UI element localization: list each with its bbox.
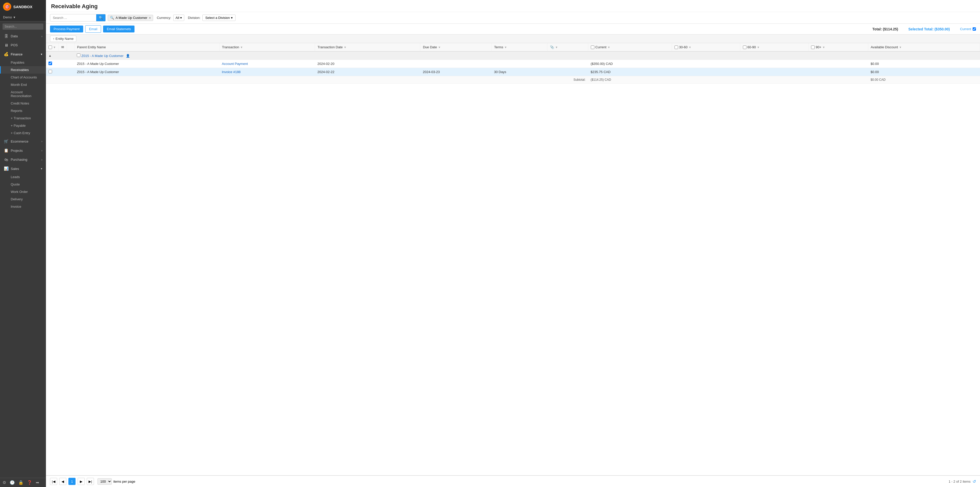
th-terms: Terms ▼ [492, 43, 547, 51]
th-available-discount-label: Available Discount [871, 45, 898, 49]
logout-icon[interactable]: ➡ [36, 480, 39, 485]
group-user-icon: 👤 [126, 54, 130, 58]
th-terms-filter-icon[interactable]: ▼ [504, 46, 507, 49]
row2-checkbox[interactable] [48, 70, 52, 73]
row1-transaction[interactable]: Account Payment [219, 60, 315, 68]
group-expand-cell[interactable]: ▲ [46, 51, 59, 60]
user-menu[interactable]: Demo ▾ [0, 13, 46, 21]
last-page-button[interactable]: ▶| [87, 478, 94, 485]
sidebar-sub-account-reconciliation[interactable]: Account Reconciliation [0, 88, 46, 100]
sidebar-sub-leads[interactable]: Leads [0, 173, 46, 180]
page-1-button[interactable]: 1 [68, 478, 76, 485]
subtotal-label: Subtotal: [46, 76, 588, 83]
email-button[interactable]: Email [85, 25, 101, 33]
th-email-icon: ✉ [61, 45, 64, 49]
th-6090-checkbox[interactable] [743, 45, 746, 49]
first-page-button[interactable]: |◀ [50, 478, 57, 485]
currency-select[interactable]: All ▾ [173, 14, 184, 21]
th-attachment2-filter-icon[interactable]: ▼ [555, 46, 558, 49]
help-icon[interactable]: ❓ [27, 480, 32, 485]
sidebar-search-input[interactable] [3, 24, 43, 30]
current-checkbox[interactable] [973, 27, 976, 31]
th-due-date-filter-icon[interactable]: ▼ [438, 46, 441, 49]
sidebar-sub-transaction[interactable]: + Transaction [0, 115, 46, 122]
clock-icon[interactable]: 🕐 [10, 480, 15, 485]
sidebar-sub-cash-entry[interactable]: + Cash Entry [0, 129, 46, 137]
th-6090-filter-icon[interactable]: ▼ [757, 46, 760, 49]
row2-transaction[interactable]: Invoice #188 [219, 68, 315, 76]
th-3060-checkbox[interactable] [675, 45, 678, 49]
sidebar-item-finance[interactable]: 💰 Finance ▾ [0, 49, 46, 59]
th-transaction: Transaction ▼ [219, 43, 315, 51]
th-transaction-label: Transaction [222, 45, 239, 49]
sort-entity-name-label: Entity Name [56, 37, 74, 41]
sidebar-sub-chart-of-accounts[interactable]: Chart of Accounts [0, 73, 46, 81]
sidebar-item-label-finance: Finance [11, 53, 22, 56]
page-number: 1 [71, 480, 73, 484]
row1-check-cell[interactable] [46, 60, 59, 68]
sort-entity-name-button[interactable]: ↑ Entity Name [50, 35, 76, 42]
next-page-button[interactable]: ▶ [78, 478, 85, 485]
sidebar-nav: 🗄 Data › 🖥 POS 💰 Finance ▾ Payables Rece… [0, 32, 46, 210]
select-all-checkbox[interactable] [48, 45, 52, 49]
email-statements-button[interactable]: Email Statemets [103, 26, 135, 32]
sidebar-item-purchasing[interactable]: 🛍 Purchasing › [0, 155, 46, 164]
th-3060-filter-icon[interactable]: ▼ [689, 46, 691, 49]
items-per-page-select[interactable]: 100 50 25 [97, 478, 112, 485]
sidebar-sub-work-order[interactable]: Work Order [0, 188, 46, 195]
sidebar-item-ecommerce[interactable]: 🛒 Ecommerce › [0, 137, 46, 146]
sidebar-sub-payable[interactable]: + Payable [0, 122, 46, 129]
sidebar-sub-quote[interactable]: Quote [0, 180, 46, 188]
total-label: Total: [872, 27, 882, 31]
division-select[interactable]: Select a Division ▾ [202, 14, 235, 21]
th-90plus-filter-icon[interactable]: ▼ [822, 46, 825, 49]
th-current-filter-icon[interactable]: ▼ [608, 46, 610, 49]
th-current-checkbox[interactable] [591, 45, 594, 49]
th-transaction-filter-icon[interactable]: ▼ [240, 46, 243, 49]
refresh-icon[interactable]: ↺ [973, 479, 976, 484]
selected-total-value: ($350.00) [935, 27, 950, 31]
logo-icon: 🎯 [3, 3, 11, 11]
row1-checkbox[interactable] [48, 62, 52, 65]
total-value: ($114.25) [883, 27, 898, 31]
group-expand-icon[interactable]: ▲ [48, 54, 52, 57]
row2-check-cell[interactable] [46, 68, 59, 76]
sidebar-sub-invoice[interactable]: Invoice [0, 203, 46, 210]
sidebar-sub-payables[interactable]: Payables [0, 59, 46, 66]
sidebar-sub-receivables[interactable]: Receivables [0, 66, 46, 73]
prev-page-button[interactable]: ◀ [59, 478, 66, 485]
sidebar-sub-reports[interactable]: Reports [0, 107, 46, 115]
row2-due-date: 2024-03-23 [420, 68, 492, 76]
sidebar-sub-month-end[interactable]: Month End [0, 81, 46, 88]
search-button[interactable]: 🔍 [96, 14, 105, 21]
sidebar-item-pos[interactable]: 🖥 POS [0, 41, 46, 49]
settings-icon[interactable]: ⚙ [3, 480, 6, 485]
sidebar-item-label-projects: Projects [11, 149, 23, 153]
sidebar-sub-delivery[interactable]: Delivery [0, 195, 46, 203]
th-email: ✉ [59, 43, 67, 51]
group-checkbox[interactable] [77, 53, 80, 57]
search-input[interactable] [50, 14, 96, 21]
process-payment-button[interactable]: Process Payment [50, 26, 83, 32]
th-check-filter-icon[interactable]: ▼ [53, 46, 56, 49]
sidebar-item-projects[interactable]: 📋 Projects › [0, 146, 46, 155]
th-attachment2: 📎 ▼ [547, 43, 588, 51]
purchasing-icon: 🛍 [3, 157, 9, 162]
sales-icon: 📊 [3, 166, 9, 171]
toolbar: 🔍 🔍 A Made Up Customer × Currency: All ▾… [46, 12, 980, 24]
current-toggle[interactable]: Current [960, 27, 976, 31]
th-available-discount-filter-icon[interactable]: ▼ [899, 46, 902, 49]
lock-icon[interactable]: 🔒 [18, 480, 24, 485]
current-label: Current [960, 27, 971, 31]
sidebar-item-label-data: Data [11, 34, 18, 38]
group-customer-link[interactable]: Z015 - A Made Up Customer [81, 54, 124, 58]
selected-total-label: Selected Total: [908, 27, 934, 31]
filter-tag-close-icon[interactable]: × [149, 16, 151, 20]
sidebar-item-data[interactable]: 🗄 Data › [0, 32, 46, 41]
sidebar-item-sales[interactable]: 📊 Sales ▾ [0, 164, 46, 173]
row2-transaction-link[interactable]: Invoice #188 [222, 70, 241, 74]
row1-transaction-link[interactable]: Account Payment [222, 62, 248, 65]
th-transaction-date-filter-icon[interactable]: ▼ [344, 46, 347, 49]
th-90plus-checkbox[interactable] [811, 45, 815, 49]
sidebar-sub-credit-notes[interactable]: Credit Notes [0, 100, 46, 107]
